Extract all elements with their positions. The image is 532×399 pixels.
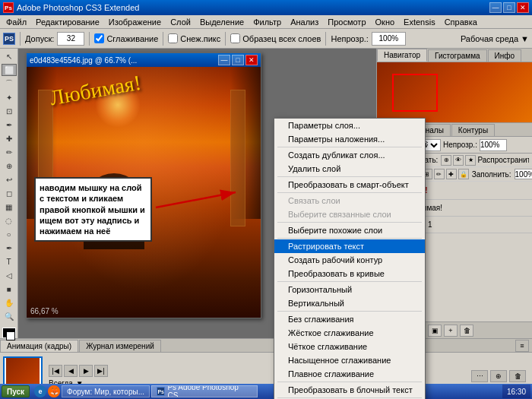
lock-all-btn[interactable]: 🔒: [458, 169, 469, 179]
ctx-sep-1: [277, 147, 422, 147]
ctx-point-text[interactable]: Преобразовать в блочный текст: [274, 383, 425, 397]
doc-minimize[interactable]: —: [218, 55, 230, 65]
ctx-rasterize-text[interactable]: Растрировать текст: [274, 239, 425, 253]
text-tool[interactable]: T: [2, 255, 17, 268]
next-frame-btn[interactable]: ▶|: [94, 365, 108, 377]
menu-edit[interactable]: Редактирование: [31, 17, 104, 27]
layer-delete-btn[interactable]: 🗑: [460, 325, 473, 337]
lock-move-btn[interactable]: ✚: [446, 169, 457, 179]
menu-extensis[interactable]: Extensis: [399, 17, 440, 27]
snowflake-check[interactable]: [168, 33, 178, 43]
unify-pos-btn[interactable]: ⊕: [441, 155, 451, 166]
maximize-btn[interactable]: □: [503, 2, 515, 13]
duplicate-frame-btn[interactable]: ⊕: [490, 370, 507, 382]
taskbar-photoshop[interactable]: Ps Ps Adobe Photoshop CS...: [151, 385, 258, 397]
opacity-input[interactable]: [372, 32, 406, 46]
menu-select[interactable]: Выделение: [195, 17, 249, 27]
layer-new-btn[interactable]: +: [444, 325, 458, 337]
move-tool[interactable]: ↖: [2, 50, 17, 62]
path-tool[interactable]: ◁: [2, 270, 17, 282]
close-btn[interactable]: ✕: [517, 2, 529, 13]
color-foreground[interactable]: [2, 328, 16, 338]
menu-help[interactable]: Справка: [440, 17, 482, 27]
fill-input[interactable]: [515, 169, 532, 179]
ctx-sharp-antialias[interactable]: Жёсткое сглаживание: [274, 326, 425, 340]
pen-tool[interactable]: ✒: [2, 242, 17, 254]
ctx-sep-6: [277, 281, 422, 282]
workspace-label[interactable]: Рабочая среда ▼: [461, 34, 529, 43]
menu-analysis[interactable]: Анализ: [286, 17, 323, 27]
menu-filter[interactable]: Фильтр: [249, 17, 286, 27]
blur-tool[interactable]: ◌: [2, 214, 17, 226]
ctx-crisp-antialias[interactable]: Чёткое сглаживание: [274, 340, 425, 353]
ctx-duplicate[interactable]: Создать дубликат слоя...: [274, 148, 425, 162]
menu-file[interactable]: Файл: [2, 17, 31, 27]
ctx-no-antialias[interactable]: Без сглаживания: [274, 312, 425, 326]
healing-tool[interactable]: ✚: [2, 132, 17, 144]
document-title: e0d483e45546.jpg @ 66.7% (...: [30, 56, 137, 65]
all-layers-check[interactable]: [230, 33, 240, 43]
tween-btn[interactable]: ⋯: [471, 370, 488, 382]
distribute-label: Распространить кадр н: [477, 156, 529, 164]
antialiasing-label: Сглаживание: [106, 34, 158, 43]
play-btn[interactable]: ▶: [79, 365, 93, 377]
tab-paths[interactable]: Контуры: [451, 124, 495, 136]
gradient-tool[interactable]: ▦: [2, 201, 17, 213]
marquee-tool[interactable]: ⬜: [2, 64, 17, 76]
navigator-box[interactable]: [392, 74, 438, 112]
tolerance-label: Допуск:: [25, 34, 54, 43]
panel-menu-btn[interactable]: ≡: [515, 340, 529, 352]
tolerance-input[interactable]: [57, 32, 84, 46]
menu-layer[interactable]: Слой: [166, 17, 195, 27]
tab-histogram[interactable]: Гистограмма: [428, 49, 487, 62]
start-button[interactable]: Пуск: [2, 385, 30, 397]
tab-measurement[interactable]: Журнал измерений: [79, 340, 161, 352]
menu-image[interactable]: Изображение: [104, 17, 166, 27]
crop-tool[interactable]: ⊡: [2, 105, 17, 117]
ctx-select-similar[interactable]: Выберите похожие слои: [274, 223, 425, 237]
doc-close[interactable]: ✕: [245, 55, 258, 65]
clone-tool[interactable]: ⊕: [2, 160, 17, 172]
eyedropper-tool[interactable]: ✒: [2, 119, 17, 131]
hand-tool[interactable]: ✋: [2, 297, 17, 309]
ctx-vertical[interactable]: Вертикальный: [274, 296, 425, 310]
unify-style-btn[interactable]: ★: [465, 155, 476, 166]
ctx-blend-params[interactable]: Параметры наложения...: [274, 132, 425, 146]
history-tool[interactable]: ↩: [2, 173, 17, 185]
shape-tool[interactable]: ■: [2, 283, 17, 296]
menu-window[interactable]: Окно: [371, 17, 400, 27]
menu-view[interactable]: Просмотр: [323, 17, 370, 27]
ctx-smart-object[interactable]: Преобразовать в смарт-объект: [274, 178, 425, 192]
ctx-horizontal[interactable]: Горизонтальный: [274, 283, 425, 296]
ctx-delete[interactable]: Удалить слой: [274, 162, 425, 176]
unify-vis-btn[interactable]: 👁: [453, 155, 464, 166]
firefox-icon: 🦊: [48, 385, 60, 397]
tab-animation[interactable]: Анимация (кадры): [0, 340, 78, 352]
antialiasing-check[interactable]: [94, 33, 104, 43]
eraser-tool[interactable]: ◻: [2, 187, 17, 199]
tab-navigator[interactable]: Навигатор: [377, 49, 427, 62]
prev-frame-btn[interactable]: ◀: [64, 365, 78, 377]
ctx-smooth-antialias[interactable]: Плавное сглаживание: [274, 367, 425, 381]
ctx-convert-curves[interactable]: Преобразовать в кривые: [274, 267, 425, 280]
minimize-btn[interactable]: —: [489, 2, 502, 13]
ctx-strong-antialias[interactable]: Насыщенное сглаживание: [274, 353, 425, 367]
doc-maximize[interactable]: □: [232, 55, 244, 65]
zoom-tool[interactable]: 🔍: [2, 311, 17, 323]
tab-info[interactable]: Инфо: [488, 49, 522, 62]
ctx-work-path[interactable]: Создать рабочий контур: [274, 253, 425, 267]
wand-tool[interactable]: ✦: [2, 91, 17, 103]
lasso-tool[interactable]: ⌒: [2, 78, 17, 90]
opacity-layers-input[interactable]: [480, 139, 507, 151]
ctx-layer-params[interactable]: Параметры слоя...: [274, 119, 425, 132]
tools-panel: ↖ ⬜ ⌒ ✦ ⊡ ✒ ✚ ✏ ⊕ ↩ ◻ ▦ ◌ ○ ✒ T ◁ ■ ✋ 🔍: [0, 49, 18, 338]
dodge-tool[interactable]: ○: [2, 228, 17, 240]
taskbar-forum[interactable]: Форум: Мир, которы...: [62, 385, 150, 397]
lock-paint-btn[interactable]: ✏: [434, 169, 445, 179]
layer-group-btn[interactable]: ▣: [428, 325, 442, 337]
fill-label: Заполнить:: [472, 170, 511, 179]
first-frame-btn[interactable]: |◀: [49, 365, 62, 377]
delete-frame-btn[interactable]: 🗑: [509, 370, 526, 382]
context-menu: Параметры слоя... Параметры наложения...…: [274, 118, 426, 399]
brush-tool[interactable]: ✏: [2, 146, 17, 158]
